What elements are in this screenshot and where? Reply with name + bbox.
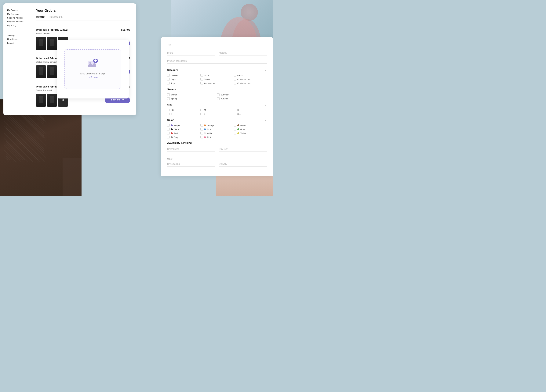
sidebar-item-settings[interactable]: Settings	[7, 34, 26, 37]
order-img-2a	[36, 65, 46, 78]
brand-input[interactable]	[167, 50, 215, 56]
season-autumn[interactable]: Autumn	[217, 97, 267, 100]
rental-price-input[interactable]	[167, 146, 215, 152]
checkbox-dresses[interactable]	[167, 74, 170, 76]
availability-section-header: Availability & Pricing	[167, 141, 267, 144]
orders-title: Your Orders	[36, 9, 130, 13]
description-input[interactable]	[167, 58, 267, 64]
color-orange[interactable]: Orange	[200, 124, 234, 126]
color-checkboxes: Purple Orange Brown Black Blue Green Red…	[167, 124, 267, 139]
sidebar-nav-section: My Orders My Earnings Shipping Address P…	[7, 9, 26, 26]
season-spring[interactable]: Spring	[167, 97, 217, 100]
size-label: Size	[167, 103, 172, 106]
color-chevron-icon[interactable]: ⌄	[265, 118, 267, 122]
size-xl[interactable]: XL	[234, 109, 267, 111]
color-pink[interactable]: Pink	[200, 136, 234, 139]
category-label: Category	[167, 69, 178, 71]
orders-tabs: Rent(10) Purchased(8)	[36, 16, 130, 20]
checkbox-skirts[interactable]	[200, 74, 203, 76]
category-skirts[interactable]: Skirts	[200, 74, 234, 76]
sidebar-item-payment-methods[interactable]: Payment Methods	[7, 20, 26, 23]
color-label: Color	[167, 119, 174, 121]
season-summer[interactable]: Summer	[217, 93, 267, 96]
order-img-1b	[47, 37, 57, 50]
color-white[interactable]: White	[200, 132, 234, 134]
order-header-1: Order dated February 3, 2022 $117.99	[36, 28, 130, 31]
order-status-1: Status: On rent	[36, 32, 130, 35]
tab-rent[interactable]: Rent(10)	[36, 16, 45, 20]
size-chevron-icon[interactable]: ⌄	[265, 103, 267, 107]
color-green[interactable]: Green	[234, 128, 267, 131]
category-pants[interactable]: Pants	[234, 74, 267, 76]
season-winter[interactable]: Winter	[167, 93, 217, 96]
order-img-2b	[47, 65, 57, 78]
color-yellow[interactable]: Yellow	[234, 132, 267, 134]
color-blue[interactable]: Blue	[200, 128, 234, 131]
tab-purchased[interactable]: Purchased(8)	[49, 16, 63, 20]
category-coats-jackets-2[interactable]: Coats/Jackets	[234, 82, 267, 84]
category-accessories[interactable]: Accessories	[200, 82, 234, 84]
season-label: Season	[167, 88, 176, 91]
size-checkboxes: XS M XL S L XLL	[167, 109, 267, 115]
upload-panel: Drag and drop an image, or Browse	[57, 40, 129, 98]
upload-main-text: Drag and drop an image, or Browse	[80, 72, 106, 79]
checkbox-accessories[interactable]	[200, 82, 203, 84]
checkbox-coats-1[interactable]	[234, 78, 236, 81]
avail-pricing-row	[167, 146, 267, 155]
sidebar-item-my-orders[interactable]: My Orders	[7, 9, 26, 11]
category-checkboxes: Dresses Skirts Pants Bags Shoes Coats/Ja…	[167, 74, 267, 84]
size-section-header: Size ⌄	[167, 103, 267, 107]
upload-dropzone[interactable]: Drag and drop an image, or Browse	[65, 49, 121, 89]
size-xll[interactable]: XLL	[234, 113, 267, 115]
title-input[interactable]	[167, 42, 267, 47]
color-brown[interactable]: Brown	[234, 124, 267, 126]
checkbox-shoes[interactable]	[200, 78, 203, 81]
checkbox-tops[interactable]	[167, 82, 170, 84]
season-chevron-icon[interactable]: ⌄	[265, 88, 267, 91]
upload-icon	[88, 59, 98, 69]
color-purple[interactable]: Purple	[167, 124, 200, 126]
checkbox-coats-2[interactable]	[234, 82, 236, 84]
sidebar-item-shipping-address[interactable]: Shipping Address	[7, 17, 26, 19]
order-date-1: Order dated February 3, 2022	[36, 29, 67, 31]
day-rent-input[interactable]	[219, 146, 267, 152]
season-section-header: Season ⌄	[167, 88, 267, 91]
sidebar-item-help-center[interactable]: Help Center	[7, 38, 26, 40]
color-grey[interactable]: Grey	[167, 136, 200, 139]
size-l[interactable]: L	[200, 113, 234, 115]
delivery-input[interactable]	[219, 162, 267, 167]
sidebar: My Orders My Earnings Shipping Address P…	[3, 3, 30, 115]
size-xs[interactable]: XS	[167, 109, 200, 111]
sidebar-item-my-sizing[interactable]: My Sizing	[7, 24, 26, 26]
size-m[interactable]: M	[200, 109, 234, 111]
category-bags[interactable]: Bags	[167, 78, 200, 81]
category-section-header: Category ⌄	[167, 68, 267, 72]
order-img-3a	[36, 94, 46, 107]
category-chevron-icon[interactable]: ⌄	[265, 68, 267, 72]
color-section-header: Color ⌄	[167, 118, 267, 122]
material-input[interactable]	[219, 50, 267, 56]
form-panel: Category ⌄ Dresses Skirts Pants Bags Sho…	[161, 37, 273, 176]
sidebar-settings-section: Settings Help Center Logout	[7, 34, 26, 44]
sidebar-item-logout[interactable]: Logout	[7, 42, 26, 44]
upload-browse-link[interactable]: or Browse	[88, 76, 98, 79]
category-coats-jackets-1[interactable]: Coats/Jackets	[234, 78, 267, 81]
order-img-1a	[36, 37, 46, 50]
brand-material-row	[167, 50, 267, 58]
checkbox-bags[interactable]	[167, 78, 170, 81]
order-img-3b	[47, 94, 57, 107]
color-red[interactable]: Red	[167, 132, 200, 134]
sidebar-divider	[7, 31, 26, 31]
category-dresses[interactable]: Dresses	[167, 74, 200, 76]
category-tops[interactable]: Tops	[167, 82, 200, 84]
color-black[interactable]: Black	[167, 128, 200, 131]
sidebar-item-my-earnings[interactable]: My Earnings	[7, 13, 26, 15]
size-s[interactable]: S	[167, 113, 200, 115]
availability-label: Availability & Pricing	[167, 141, 192, 144]
other-inputs-row	[167, 162, 267, 170]
other-label: Other	[167, 158, 267, 160]
dry-cleaning-input[interactable]	[167, 162, 215, 167]
checkbox-pants[interactable]	[234, 74, 236, 76]
order-price-1: $117.99	[121, 28, 130, 31]
category-shoes[interactable]: Shoes	[200, 78, 234, 81]
